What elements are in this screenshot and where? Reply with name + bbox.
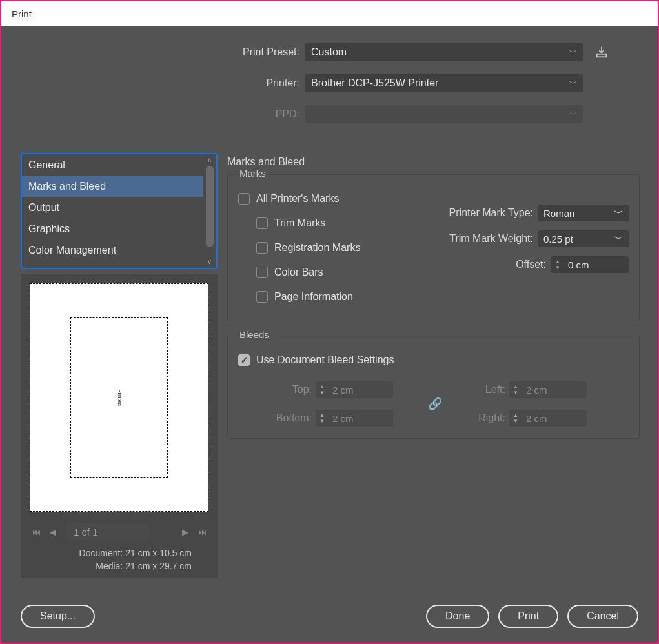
preview-panel: Printed ⏮ ◀ 1 of 1 ▶ ⏭ Document:21 cm x …	[21, 274, 218, 578]
all-printers-marks-label: All Printer's Marks	[256, 193, 339, 205]
marks-group: Marks All Printer's Marks Trim Marks	[227, 174, 640, 321]
ppd-select: ﹀	[305, 105, 583, 123]
preview-page: Printed	[30, 283, 208, 512]
bleed-right-spinner: ▲▼ 2 cm	[509, 410, 587, 427]
all-printers-marks-checkbox[interactable]	[238, 193, 250, 205]
preview-caption: Printed	[116, 389, 122, 405]
chevron-down-icon: ﹀	[614, 207, 624, 219]
category-item-marks-and-bleed[interactable]: Marks and Bleed	[22, 176, 203, 197]
registration-marks-label: Registration Marks	[274, 242, 360, 254]
scroll-down-icon[interactable]: ∨	[203, 257, 215, 267]
first-page-icon[interactable]: ⏮	[30, 525, 43, 538]
print-preset-label: Print Preset:	[1, 46, 305, 58]
setup-button[interactable]: Setup...	[21, 605, 95, 628]
bleed-top-spinner: ▲▼ 2 cm	[316, 381, 393, 398]
trim-marks-label: Trim Marks	[274, 217, 325, 229]
bleeds-group: Bleeds Use Document Bleed Settings Top: …	[227, 336, 640, 439]
preview-pager: ⏮ ◀ 1 of 1 ▶ ⏭	[30, 523, 208, 540]
last-page-icon[interactable]: ⏭	[196, 525, 208, 538]
bleed-left-spinner: ▲▼ 2 cm	[509, 381, 587, 398]
done-button[interactable]: Done	[426, 605, 489, 628]
scroll-up-icon[interactable]: ∧	[203, 156, 215, 165]
print-preset-value: Custom	[311, 46, 347, 58]
save-preset-icon[interactable]	[593, 43, 611, 61]
page-number-input[interactable]: 1 of 1	[66, 523, 150, 540]
trim-mark-weight-select[interactable]: 0.25 pt ﹀	[538, 230, 629, 247]
trim-mark-weight-label: Trim Mark Weight:	[435, 233, 533, 245]
category-item-color-management[interactable]: Color Management	[22, 239, 203, 261]
trim-marks-checkbox[interactable]	[256, 217, 268, 229]
category-scrollbar[interactable]: ∧ ∨	[203, 156, 215, 267]
printer-mark-type-label: Printer Mark Type:	[435, 207, 533, 219]
dialog-titlebar: Print	[1, 1, 658, 26]
bleed-left-label: Left:	[458, 384, 509, 396]
ppd-label: PPD:	[1, 108, 305, 120]
spinner-buttons-icon: ▲▼	[509, 410, 522, 427]
chevron-down-icon: ﹀	[569, 109, 577, 120]
page-information-checkbox[interactable]	[256, 291, 268, 303]
dialog-title: Print	[12, 8, 32, 19]
offset-label: Offset:	[435, 259, 546, 270]
prev-page-icon[interactable]: ◀	[46, 525, 59, 538]
offset-spinner[interactable]: ▲▼ 0 cm	[551, 256, 629, 273]
print-preset-select[interactable]: Custom ﹀	[305, 43, 583, 61]
bleed-bottom-label: Bottom:	[264, 412, 316, 424]
print-button[interactable]: Print	[498, 605, 558, 628]
cancel-button[interactable]: Cancel	[567, 605, 638, 628]
category-item-general[interactable]: General	[22, 154, 203, 176]
pane-title: Marks and Bleed	[227, 156, 640, 168]
color-bars-label: Color Bars	[274, 267, 323, 278]
printer-mark-type-select[interactable]: Roman ﹀	[538, 205, 629, 221]
svg-rect-0	[597, 54, 607, 57]
next-page-icon[interactable]: ▶	[179, 525, 192, 538]
category-item-output[interactable]: Output	[22, 197, 203, 218]
preview-inner-rect: Printed	[70, 317, 168, 478]
printer-value: Brother DCP-J525W Printer	[311, 77, 438, 89]
use-document-bleed-checkbox[interactable]	[238, 354, 250, 366]
bleeds-legend: Bleeds	[236, 329, 273, 340]
use-document-bleed-label: Use Document Bleed Settings	[256, 354, 394, 366]
marks-legend: Marks	[236, 168, 270, 179]
bleed-top-label: Top:	[264, 384, 316, 396]
color-bars-checkbox[interactable]	[256, 267, 268, 278]
printer-label: Printer:	[1, 77, 305, 89]
category-item-graphics[interactable]: Graphics	[22, 218, 203, 239]
printer-select[interactable]: Brother DCP-J525W Printer ﹀	[305, 74, 583, 92]
bleed-right-label: Right:	[458, 412, 509, 424]
preset-area: Print Preset: Custom ﹀ Printer: Brother …	[1, 41, 658, 134]
scrollbar-thumb[interactable]	[206, 166, 214, 247]
link-bleed-icon: 🔗	[412, 397, 458, 411]
page-information-label: Page Information	[274, 291, 353, 303]
chevron-down-icon: ﹀	[569, 78, 577, 89]
chevron-down-icon: ﹀	[569, 47, 577, 58]
bleed-bottom-spinner: ▲▼ 2 cm	[316, 410, 393, 427]
spinner-buttons-icon: ▲▼	[316, 410, 329, 427]
preview-dimensions: Document:21 cm x 10.5 cm Media:21 cm x 2…	[30, 547, 208, 572]
registration-marks-checkbox[interactable]	[256, 242, 268, 254]
spinner-buttons-icon: ▲▼	[316, 381, 329, 398]
chevron-down-icon: ﹀	[614, 233, 624, 245]
spinner-buttons-icon[interactable]: ▲▼	[551, 256, 564, 273]
category-list[interactable]: General Marks and Bleed Output Graphics …	[21, 153, 218, 269]
spinner-buttons-icon: ▲▼	[509, 381, 522, 398]
dialog-footer: Setup... Done Print Cancel	[1, 601, 658, 631]
